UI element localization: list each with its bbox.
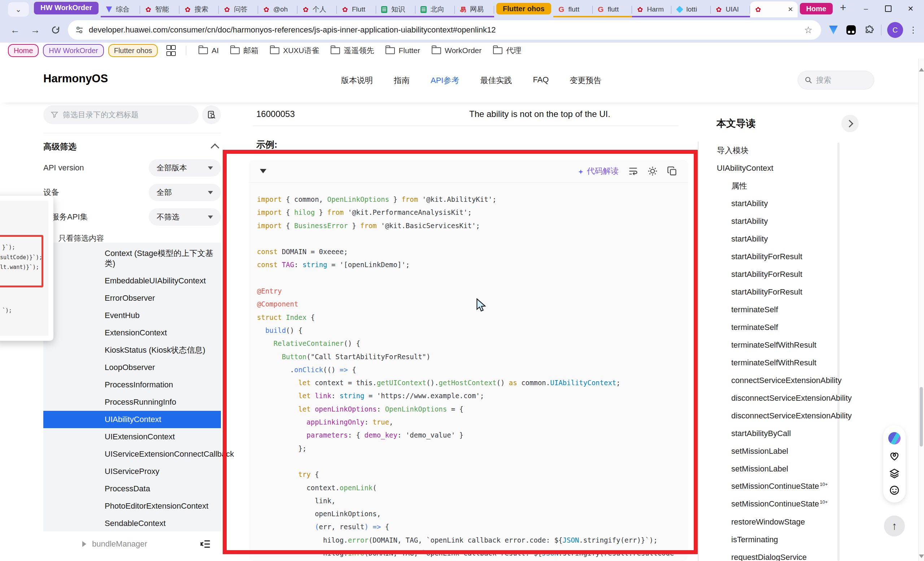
toc-item-startabilityforresult[interactable]: startAbilityForResult — [699, 248, 867, 266]
sidebar-item-processinformation[interactable]: ProcessInformation — [44, 376, 221, 393]
bookmark-folder-Flutter[interactable]: Flutter — [386, 45, 420, 56]
toc-item-terminateselfwithresult[interactable]: terminateSelfWithResult — [699, 336, 867, 354]
site-nav-FAQ[interactable]: FAQ — [533, 75, 549, 86]
sidebar-item-uiabilitycontext[interactable]: UIAbilityContext — [44, 411, 221, 428]
sidebar-item-sendablecontext[interactable]: SendableContext — [44, 515, 221, 532]
toc-item-uiabilitycontext[interactable]: UIAbilityContext — [699, 159, 867, 177]
browser-tab[interactable]: ✿@oh — [258, 2, 297, 17]
bookmark-folder-遥遥领先[interactable]: 遥遥领先 — [331, 45, 374, 56]
extensions-puzzle-icon[interactable] — [864, 25, 874, 35]
scrollbar-thumb[interactable] — [920, 387, 923, 447]
back-button[interactable]: ← — [5, 20, 25, 40]
browser-tab[interactable]: 知识 — [376, 2, 416, 17]
browser-tab[interactable]: 北向 — [416, 2, 455, 17]
toc-item-disconnectserviceextensionability[interactable]: disconnectServiceExtensionAbility — [699, 389, 867, 407]
vue-devtools-extension-icon[interactable] — [829, 26, 838, 34]
browser-tab[interactable]: Gflutt — [592, 2, 632, 17]
back-to-top-button[interactable]: ↑ — [884, 516, 905, 537]
sidebar-filter-input[interactable]: 筛选目录下的文档标题 — [44, 105, 198, 124]
browser-tab[interactable]: ✿Harm — [632, 2, 671, 17]
ai-assistant-icon[interactable] — [888, 432, 900, 444]
expand-triangle-icon[interactable] — [82, 541, 86, 547]
forward-button[interactable]: → — [25, 20, 45, 40]
reload-button[interactable] — [45, 20, 66, 40]
wrap-lines-icon[interactable] — [628, 166, 638, 176]
browser-tab[interactable]: Gflutt — [554, 2, 592, 17]
bookmark-group-home[interactable]: Home — [8, 44, 39, 57]
layers-icon[interactable] — [889, 468, 900, 479]
new-tab-button[interactable]: + — [840, 2, 846, 14]
toc-item-setmissionlabel[interactable]: setMissionLabel — [699, 442, 867, 460]
toc-item-startability[interactable]: startAbility — [699, 230, 867, 248]
toc-collapse-button[interactable] — [842, 115, 859, 132]
harmonyos-logo[interactable]: HarmonyOS — [44, 72, 108, 85]
tab-close-icon[interactable]: ✕ — [785, 5, 795, 14]
toc-item-startabilityforresult[interactable]: startAbilityForResult — [699, 283, 867, 301]
browser-tab[interactable]: ✿Flutt — [337, 2, 376, 17]
toc-item-startabilityforresult[interactable]: startAbilityForResult — [699, 266, 867, 283]
copy-icon[interactable] — [667, 166, 677, 176]
browser-tab[interactable]: ✿UIAl — [711, 2, 750, 17]
sidebar-item-uiserviceextensionconnectcallback[interactable]: UIServiceExtensionConnectCallback — [44, 446, 221, 463]
bookmark-folder-AI[interactable]: AI — [198, 45, 219, 56]
toc-item-startabilitybycall[interactable]: startAbilityByCall — [699, 424, 867, 442]
browser-tab[interactable]: ✿智能 — [140, 2, 179, 17]
sidebar-item-bundlemanager[interactable]: bundleManager — [44, 535, 221, 553]
toc-item-startability[interactable]: startAbility — [699, 212, 867, 230]
floating-code-popup[interactable]: }`); sultCode)}`); lt.want)}`); `); — [0, 196, 53, 341]
tab-group-flutter-ohos[interactable]: Flutter ohos — [496, 3, 551, 15]
sidebar-item-uiextensioncontext[interactable]: UIExtensionContext — [44, 428, 221, 446]
url-text[interactable]: developer.huawei.com/consumer/cn/doc/har… — [89, 25, 798, 34]
tab-group-hw-workorder[interactable]: HW WorkOrder — [34, 2, 99, 15]
bookmark-folder-邮箱[interactable]: 邮箱 — [230, 45, 258, 56]
dark-reader-extension-icon[interactable] — [846, 25, 856, 34]
toc-item-startability[interactable]: startAbility — [699, 195, 867, 212]
browser-tab[interactable]: ✿个人 — [297, 2, 337, 17]
sidebar-item-kioskstatuskiosk[interactable]: KioskStatus (Kiosk状态信息) — [44, 342, 221, 359]
scroll-down-arrow[interactable] — [919, 555, 924, 558]
toc-item-setmissioncontinuestate[interactable]: setMissionContinueState10+ — [699, 495, 867, 513]
filter-dropdown[interactable]: 不筛选 — [149, 208, 221, 226]
collapse-sidebar-icon[interactable] — [200, 538, 211, 549]
bookmark-star-icon[interactable]: ☆ — [798, 24, 818, 36]
tab-search-button[interactable]: ⌄ — [8, 2, 29, 16]
toc-item-connectserviceextensionability[interactable]: connectServiceExtensionAbility — [699, 372, 867, 389]
sidebar-item-photoeditorextensioncontext[interactable]: PhotoEditorExtensionContext — [44, 498, 221, 515]
sidebar-item-eventhub[interactable]: EventHub — [44, 307, 221, 324]
close-button[interactable]: ✕ — [900, 2, 922, 16]
sidebar-item-processdata[interactable]: ProcessData — [44, 480, 221, 498]
toc-item-[interactable]: 导入模块 — [699, 141, 867, 159]
profile-avatar[interactable]: C — [887, 22, 903, 38]
filter-dropdown[interactable]: 全部版本 — [149, 159, 221, 177]
browser-tab[interactable]: lotti — [671, 2, 711, 17]
collapse-code-icon[interactable] — [260, 169, 266, 173]
apps-grid-icon[interactable] — [166, 45, 174, 56]
toc-item-terminateselfwithresult[interactable]: terminateSelfWithResult — [699, 354, 867, 372]
site-nav-指南[interactable]: 指南 — [394, 75, 410, 86]
toc-item-[interactable]: 属性 — [699, 177, 867, 195]
toc-item-restorewindowstage[interactable]: restoreWindowStage — [699, 513, 867, 531]
site-nav-变更预告[interactable]: 变更预告 — [570, 75, 602, 86]
theme-sun-icon[interactable] — [648, 166, 658, 176]
advanced-filter-header[interactable]: 高级筛选 — [44, 141, 221, 152]
chrome-menu-icon[interactable]: ⋮ — [907, 25, 924, 35]
toc-item-isterminating[interactable]: isTerminating — [699, 531, 867, 548]
bookmark-group-hw-workorder[interactable]: HW WorkOrder — [43, 44, 104, 57]
page-scrollbar[interactable] — [918, 58, 924, 561]
toc-item-terminateself[interactable]: terminateSelf — [699, 318, 867, 336]
site-nav-版本说明[interactable]: 版本说明 — [341, 75, 373, 86]
ai-explain-button[interactable]: 代码解读 — [573, 166, 619, 177]
site-nav-API参考[interactable]: API参考 — [430, 75, 459, 86]
browser-tab[interactable]: ✿问答 — [219, 2, 258, 17]
browser-tab-active[interactable]: ✿✕ — [750, 2, 798, 17]
tab-group-home[interactable]: Home — [800, 3, 833, 15]
scroll-up-arrow[interactable] — [919, 68, 924, 72]
bookmark-folder-WorkOrder[interactable]: WorkOrder — [432, 45, 482, 56]
site-info-icon[interactable] — [75, 26, 84, 34]
sidebar-item-uiserviceproxy[interactable]: UIServiceProxy — [44, 463, 221, 480]
browser-tab[interactable]: 综合 — [101, 2, 140, 17]
sidebar-item-loopobserver[interactable]: LoopObserver — [44, 359, 221, 376]
filter-checkbox-row[interactable]: 只看筛选内容 — [44, 233, 221, 243]
toc-item-disconnectserviceextensionability[interactable]: disconnectServiceExtensionAbility — [699, 407, 867, 424]
minimize-button[interactable]: – — [855, 2, 877, 16]
